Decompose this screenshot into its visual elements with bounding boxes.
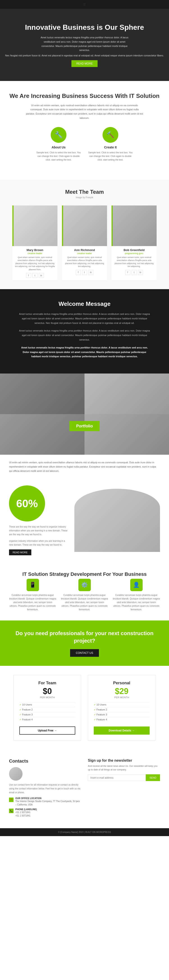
plan-price-team: $0 [19,687,75,696]
sixty-section: 60% These are the way the way we found t… [0,479,169,562]
strategy-icon-3: 👤 [130,579,143,591]
it-card-about-title: About Us [36,145,81,149]
team-socials-ann: f t in [64,270,105,275]
twitter-icon-ann[interactable]: t [82,270,87,275]
welcome-text1: Amet luctus venenatis lectus magna fring… [18,312,151,325]
plan-feature-team-1: 10 Users [19,702,75,707]
fax-value: +51 1 5071841 [15,814,37,818]
hero-title: Innovative Business is Our Sphere [5,23,164,32]
plan-per-month-team: PER MONTH [19,696,75,699]
strategy-icon-2: ⚙️ [78,579,91,591]
team-card-bob: Bob Greenfield programming guru Quet eti… [112,205,156,280]
team-img-ann [62,205,107,246]
welcome-text2: Amet luctus venenatis lectus magna fring… [18,329,151,342]
team-name-mary: Mary Brown [15,248,55,252]
portfolio-cell-1 [0,374,85,414]
portfolio-cell-4 [85,414,169,455]
strategy-text-3: Curabitur accumsan turpis pharetra augue… [113,593,160,611]
pricing-card-personal: Personal $29 PER MONTH 10 Users Feature … [88,675,155,740]
meet-team-subtitle: Image by Freepik [7,196,162,199]
welcome-heading: Welcome Message [18,301,151,307]
linkedin-icon-ann[interactable]: in [88,270,93,275]
meet-team-heading: Meet The Team [7,189,162,195]
team-name-bob: Bob Greenfield [114,248,154,252]
cta-heading: Do you need professionals for your next … [9,630,160,644]
welcome-highlight: Amet luctus venenatis lectus magna fring… [18,345,151,359]
pricing-section: For Team $0 PER MONTH 10 Users Feature 2… [0,666,169,749]
phone-location-item: 📞 PHONE (LANDLINE) +51 1 5071841 +51 1 5… [9,808,81,818]
team-role-bob: programming guru [114,252,154,255]
linkedin-icon-mary[interactable]: in [39,273,44,278]
hero-section: Innovative Business is Our Sphere Amet l… [0,9,169,81]
plan-feature-team-4: Feature 4 [19,717,75,722]
plan-per-month-personal: PER MONTH [94,696,150,699]
team-name-ann: Ann Richmond [64,248,105,252]
it-card-about: 🔧 About Us Sample text. Click to select … [36,127,81,169]
phone-icon: 📞 [9,808,14,813]
contacts-right-panel: Sign up for the newsletter And receive a… [88,759,160,819]
it-card-create-text: Sample text. Click to select the text bo… [88,151,133,162]
team-role-ann: creative leader [64,252,105,255]
strategy-item-2: ⚙️ Curabitur accumsan turpis pharetra au… [61,579,108,611]
cta-contact-button[interactable]: CONTACT US [70,649,99,657]
cta-section: Do you need professionals for your next … [0,620,169,666]
twitter-icon-bob[interactable]: t [132,270,137,275]
strategy-icon-1: 📱 [27,579,39,591]
plan-btn-personal[interactable]: Download Details → [94,727,150,735]
plan-features-team: 10 Users Feature 2 Feature 3 Feature 4 [19,702,75,722]
facebook-icon-mary[interactable]: f [26,273,31,278]
portfolio-label: Portfolio [69,421,100,431]
facebook-icon-ann[interactable]: f [76,270,81,275]
sixty-person-image [74,489,160,552]
it-strategy-heading: IT Solution Strategy Development For You… [9,571,160,578]
linkedin-icon-bob[interactable]: in [138,270,143,275]
welcome-section: Welcome Message Amet luctus venenatis le… [0,289,169,374]
menu-icon[interactable]: ☰ [83,3,86,6]
team-cards-container: Mary Brown creative leader Quet etiam ve… [7,205,162,280]
it-strategy-section: IT Solution Strategy Development For You… [0,562,169,620]
hero-read-more-button[interactable]: READ MORE [71,60,98,67]
newsletter-email-input[interactable] [88,774,146,781]
plan-feature-personal-1: 10 Users [94,702,150,707]
plan-price-personal: $29 [94,687,150,696]
pricing-card-team: For Team $0 PER MONTH 10 Users Feature 2… [14,675,81,740]
sixty-right [74,489,160,552]
strategy-text-1: Curabitur accumsan turpis pharetra augue… [9,593,56,611]
phone-value: +51 1 5071841 [15,811,37,814]
office-text: The Interior Design Studio Company, 77 T… [15,800,81,806]
office-location-item: 📍 OUR OFFICE LOCATION The Interior Desig… [9,797,81,806]
facebook-icon-bob[interactable]: f [125,270,130,275]
team-img-mary [13,205,57,246]
footer: © [Company Name] 2023 | BUILT ON WORDPRE… [0,828,169,836]
plan-feature-personal-3: Feature 3 [94,712,150,717]
plan-btn-team[interactable]: Upload Free → [19,727,75,735]
office-label: OUR OFFICE LOCATION [15,797,81,800]
contacts-heading: Contacts [9,759,81,764]
hero-text1: Amet luctus venenatis lectus magna fring… [37,35,132,52]
portfolio-cell-3 [0,414,85,455]
team-img-bob [112,205,156,246]
newsletter-send-button[interactable]: SEND [146,774,160,781]
newsletter-heading: Sign up for the newsletter [88,759,160,762]
strategy-text-2: Curabitur accumsan turpis pharetra augue… [61,593,108,611]
contacts-left-panel: Contacts Use our contact form for all in… [9,759,81,819]
plan-feature-personal-4: Feature 4 [94,717,150,722]
newsletter-text: And receive all the latest news about Us… [88,764,160,772]
navbar: ☰ [0,0,169,9]
sixty-left: 60% These are the way the way we found t… [9,485,68,555]
create-icon: 🔨 [103,127,118,143]
strategy-grid: 📱 Curabitur accumsan turpis pharetra aug… [9,579,160,611]
about-icon: 🔧 [51,127,66,143]
plan-feature-team-3: Feature 3 [19,712,75,717]
sixty-read-more-button[interactable]: READ MORE [9,549,31,555]
contacts-section: Contacts Use our contact form for all in… [0,749,169,828]
it-solution-section: We Are Increasing Business Success With … [0,81,169,180]
team-text-bob: Quet etiam veniam tortor, quis nostrud e… [114,256,154,268]
plan-feature-personal-2: Feature 2 [94,707,150,712]
hero-text2: Nec feugiat nisl pretium fusce id. Amet … [5,54,164,57]
team-role-mary: creative leader [15,252,55,255]
plan-features-personal: 10 Users Feature 2 Feature 3 Feature 4 [94,702,150,722]
twitter-icon-mary[interactable]: t [32,273,37,278]
portfolio-cell-2 [85,374,169,414]
plan-feature-team-2: Feature 2 [19,707,75,712]
